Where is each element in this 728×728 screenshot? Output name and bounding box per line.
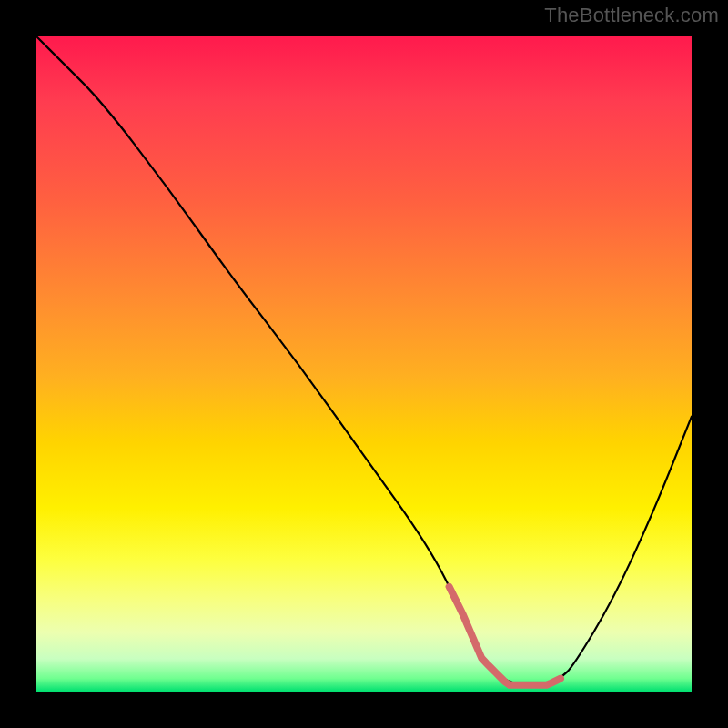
chart-frame: TheBottleneck.com [0, 0, 728, 728]
plot-area [36, 36, 692, 692]
chart-svg [36, 36, 692, 692]
bottleneck-curve [36, 36, 692, 685]
watermark-text: TheBottleneck.com [544, 4, 719, 27]
highlight-segment [450, 587, 561, 685]
